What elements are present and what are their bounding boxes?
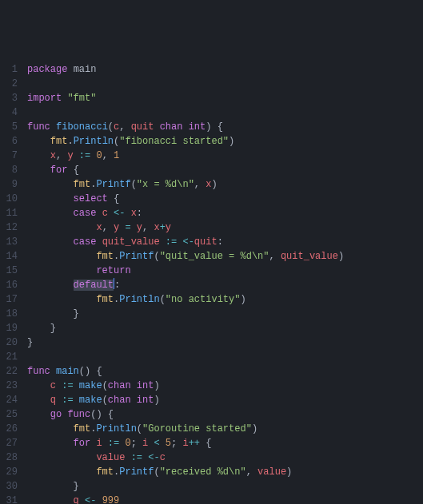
line-number: 24	[6, 395, 18, 406]
code-line: import "fmt"	[27, 93, 96, 104]
line-number: 18	[6, 308, 18, 319]
code-line: fmt.Println("Goroutine started")	[27, 423, 257, 435]
code-area[interactable]: package main import "fmt" func fibonacci…	[26, 58, 344, 504]
code-line: for {	[27, 165, 79, 176]
code-line: }	[27, 337, 33, 348]
line-number: 16	[6, 280, 18, 291]
line-number: 5	[12, 121, 18, 133]
line-number: 7	[12, 150, 18, 161]
code-line: case quit_value := <-quit:	[27, 236, 223, 248]
line-number: 26	[6, 423, 18, 435]
line-number: 11	[6, 208, 18, 219]
line-number: 9	[12, 179, 18, 190]
line-number: 2	[12, 78, 18, 89]
line-number: 29	[6, 466, 18, 478]
code-line	[27, 107, 33, 118]
code-line: }	[27, 323, 56, 334]
line-number: 27	[6, 438, 18, 449]
code-line: q := make(chan int)	[27, 395, 160, 406]
line-number: 19	[6, 323, 18, 334]
code-line: fmt.Printf("x = %d\n", x)	[27, 179, 217, 190]
line-number: 6	[12, 136, 18, 147]
line-number: 4	[12, 107, 18, 118]
line-number: 14	[6, 251, 18, 262]
line-number: 15	[6, 265, 18, 276]
code-line: default:	[27, 280, 120, 291]
code-line: return	[27, 265, 131, 276]
line-number: 8	[12, 165, 18, 176]
code-line: package main	[27, 64, 96, 75]
line-number: 13	[6, 236, 18, 248]
code-line: }	[27, 308, 79, 319]
code-line: select {	[27, 193, 119, 204]
line-number: 25	[6, 409, 18, 420]
code-line: for i := 0; i < 5; i++ {	[27, 438, 211, 449]
line-number: 20	[6, 337, 18, 348]
code-line: q <- 999	[27, 495, 119, 504]
code-line: x, y = y, x+y	[27, 222, 171, 233]
code-line	[27, 78, 33, 89]
code-editor[interactable]: 1 2 3 4 5 6 7 8 9 10 11 12 13 14 15 16 1…	[0, 58, 423, 504]
line-number: 28	[6, 452, 18, 463]
line-number: 3	[12, 93, 18, 104]
line-number: 10	[6, 193, 18, 204]
code-line: x, y := 0, 1	[27, 150, 119, 161]
code-line: fmt.Printf("received %d\n", value)	[27, 466, 292, 478]
line-number: 31	[6, 495, 18, 504]
code-line: }	[27, 481, 79, 492]
code-line: fmt.Printf("quit_value = %d\n", quit_val…	[27, 251, 344, 262]
line-number: 21	[6, 351, 18, 363]
code-line: fmt.Println("fibonacci started")	[27, 136, 234, 147]
code-line: value := <-c	[27, 452, 166, 463]
line-number: 12	[6, 222, 18, 233]
code-line: fmt.Println("no activity")	[27, 294, 246, 305]
line-number: 1	[12, 64, 18, 75]
line-number-gutter: 1 2 3 4 5 6 7 8 9 10 11 12 13 14 15 16 1…	[0, 58, 26, 504]
line-number: 30	[6, 481, 18, 492]
code-line: func fibonacci(c, quit chan int) {	[27, 121, 223, 133]
code-line: go func() {	[27, 409, 114, 420]
code-line	[27, 351, 33, 363]
code-line: c := make(chan int)	[27, 380, 160, 391]
line-number: 23	[6, 380, 18, 391]
code-line: case c <- x:	[27, 208, 142, 219]
code-line: func main() {	[27, 366, 102, 377]
line-number: 17	[6, 294, 18, 305]
selected-text: default	[74, 280, 114, 291]
line-number: 22	[6, 366, 18, 377]
